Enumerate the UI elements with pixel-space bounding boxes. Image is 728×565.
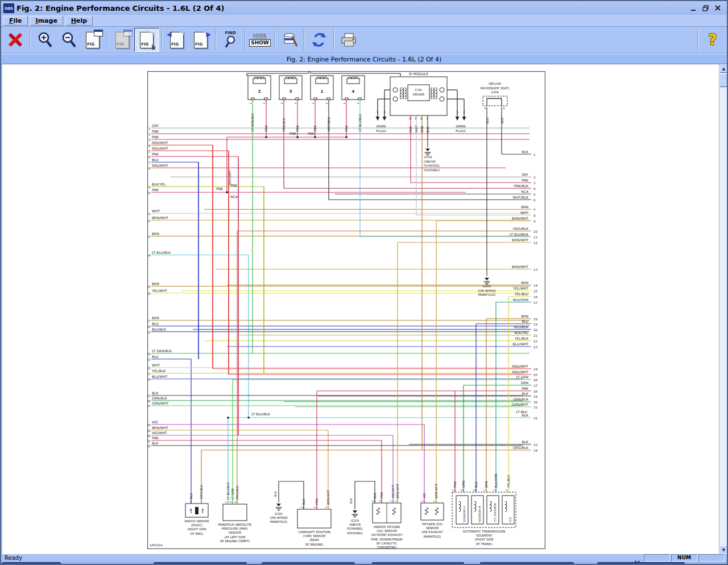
diagram-viewport[interactable]: 1GRY2PNK3PNK4RED/WHT5RED/WHT6PNK7BLU8RED… bbox=[2, 64, 728, 554]
svg-text:RED/WHT: RED/WHT bbox=[152, 163, 168, 167]
svg-text:PNK: PNK bbox=[522, 386, 529, 390]
svg-text:30: 30 bbox=[147, 434, 151, 438]
svg-text:BRN/WHT: BRN/WHT bbox=[152, 426, 168, 430]
close-button[interactable] bbox=[715, 5, 721, 11]
svg-text:PNK: PNK bbox=[152, 129, 159, 133]
svg-text:G129: G129 bbox=[351, 519, 359, 522]
print-button[interactable] bbox=[337, 28, 361, 51]
svg-text:27: 27 bbox=[533, 384, 537, 387]
svg-text:FLYWHEEL: FLYWHEEL bbox=[347, 527, 363, 530]
svg-text:BLU/BLK: BLU/BLK bbox=[152, 327, 167, 331]
svg-text:RED/WHT: RED/WHT bbox=[152, 146, 168, 150]
help-button[interactable]: ? bbox=[701, 28, 725, 51]
scroll-up-button[interactable]: ▲ bbox=[719, 64, 728, 73]
svg-text:BRN: BRN bbox=[521, 205, 528, 209]
svg-text:PNK: PNK bbox=[409, 126, 412, 133]
restore-button[interactable] bbox=[702, 5, 709, 11]
taskbar-button[interactable] bbox=[372, 562, 464, 565]
svg-text:7: 7 bbox=[148, 161, 151, 164]
svg-text:13: 13 bbox=[147, 235, 151, 238]
svg-text:(ON INTAKE: (ON INTAKE bbox=[270, 516, 288, 519]
svg-text:WHT: WHT bbox=[152, 209, 160, 213]
menu-image[interactable]: Image bbox=[30, 16, 63, 26]
svg-text:PNK: PNK bbox=[522, 178, 529, 182]
svg-text:2: 2 bbox=[357, 102, 359, 104]
svg-text:RED/WHT: RED/WHT bbox=[152, 141, 168, 145]
svg-text:ORG/BLK: ORG/BLK bbox=[513, 226, 529, 230]
svg-text:BLU: BLU bbox=[152, 158, 159, 162]
svg-text:GRN/BLK: GRN/BLK bbox=[513, 397, 529, 401]
svg-text:BLU: BLU bbox=[152, 321, 159, 325]
menu-file[interactable]: File bbox=[3, 16, 28, 26]
svg-text:BLK: BLK bbox=[500, 117, 504, 123]
menu-bar: File Image Help bbox=[1, 15, 727, 27]
svg-text:(AT LEFT SIDE: (AT LEFT SIDE bbox=[224, 535, 246, 539]
svg-text:32: 32 bbox=[533, 416, 537, 420]
taskbar-button[interactable] bbox=[597, 562, 685, 565]
toolbar-separator bbox=[162, 29, 163, 51]
svg-text:(O2) SENSOR: (O2) SENSOR bbox=[377, 529, 397, 533]
vertical-scrollbar[interactable]: ▲ ▼ bbox=[719, 64, 728, 554]
previous-figure-button[interactable]: FIG◀ bbox=[165, 28, 189, 51]
scroll-down-button[interactable]: ▼ bbox=[719, 546, 728, 554]
svg-text:31: 31 bbox=[533, 406, 537, 409]
svg-text:VIO: VIO bbox=[152, 420, 158, 424]
svg-text:A: A bbox=[234, 501, 237, 503]
svg-text:MANIFOLD): MANIFOLD) bbox=[270, 520, 288, 523]
figure-copy-button-disabled[interactable]: FIG bbox=[110, 28, 134, 51]
svg-text:4: 4 bbox=[352, 89, 355, 94]
svg-text:BLU: BLU bbox=[152, 354, 159, 358]
svg-text:18: 18 bbox=[533, 317, 537, 321]
taskbar-button[interactable] bbox=[480, 562, 574, 565]
taskbar-button[interactable] bbox=[262, 562, 355, 565]
svg-text:BLK: BLK bbox=[152, 441, 159, 445]
svg-text:1: 1 bbox=[343, 102, 346, 104]
zoom-out-button[interactable] bbox=[57, 28, 81, 51]
svg-text:13: 13 bbox=[533, 268, 537, 271]
scrollbar-thumb[interactable] bbox=[719, 73, 728, 87]
svg-text:29: 29 bbox=[533, 395, 537, 398]
svg-text:2: 2 bbox=[421, 500, 424, 502]
svg-text:BLU/WHT: BLU/WHT bbox=[512, 342, 528, 346]
svg-text:29: 29 bbox=[147, 429, 151, 432]
refresh-button[interactable] bbox=[307, 28, 331, 51]
svg-text:LT BLU/BLK: LT BLU/BLK bbox=[251, 412, 271, 416]
svg-text:(ON EXHAUST: (ON EXHAUST bbox=[421, 530, 443, 534]
taskbar-button[interactable] bbox=[1, 562, 61, 565]
menu-help[interactable]: Help bbox=[65, 16, 93, 26]
svg-text:BRN: BRN bbox=[152, 316, 159, 320]
hide-show-button[interactable]: HIDESHOW bbox=[248, 28, 272, 51]
close-figure-button[interactable] bbox=[3, 28, 27, 51]
figure-window-button[interactable]: FIG bbox=[81, 28, 105, 51]
svg-text:20: 20 bbox=[147, 352, 151, 356]
taskbar-button[interactable] bbox=[154, 562, 247, 565]
svg-text:COIL: COIL bbox=[415, 88, 423, 92]
svg-text:SPARK: SPARK bbox=[456, 125, 466, 128]
svg-text:PNK: PNK bbox=[152, 152, 159, 156]
svg-text:PNK: PNK bbox=[289, 131, 297, 135]
figure-caption: Fig. 2: Engine Performance Circuits - 1.… bbox=[287, 56, 441, 63]
svg-text:PCS: PCS bbox=[509, 517, 512, 522]
svg-text:WHT: WHT bbox=[520, 211, 528, 215]
zoom-in-button[interactable] bbox=[33, 28, 57, 51]
svg-text:BRN: BRN bbox=[152, 232, 159, 236]
svg-text:2: 2 bbox=[258, 89, 261, 94]
pan-figure-button[interactable]: FIG☛ bbox=[134, 28, 159, 52]
svg-text:ORG/BLK: ORG/BLK bbox=[513, 446, 529, 449]
title-bar[interactable]: OD5 Fig. 2: Engine Performance Circuits … bbox=[1, 1, 727, 15]
toolbar-separator bbox=[30, 29, 31, 51]
minimize-button[interactable] bbox=[690, 5, 697, 11]
svg-text:BLK: BLK bbox=[522, 391, 529, 395]
paint-button[interactable] bbox=[278, 28, 301, 51]
num-lock-indicator: NUM bbox=[671, 554, 697, 562]
svg-text:ORG/BLK: ORG/BLK bbox=[235, 485, 239, 500]
svg-text:B: B bbox=[229, 501, 232, 503]
svg-text:SOLENOID B: SOLENOID B bbox=[478, 506, 481, 522]
svg-text:4: 4 bbox=[148, 144, 151, 147]
svg-text:28: 28 bbox=[147, 423, 151, 427]
next-figure-button[interactable]: FIG▶ bbox=[189, 28, 213, 51]
svg-text:PLUGS: PLUGS bbox=[456, 129, 466, 133]
svg-text:BLU/WHT: BLU/WHT bbox=[152, 374, 168, 378]
find-button[interactable]: FIND bbox=[218, 28, 242, 51]
svg-text:B: B bbox=[473, 489, 475, 491]
